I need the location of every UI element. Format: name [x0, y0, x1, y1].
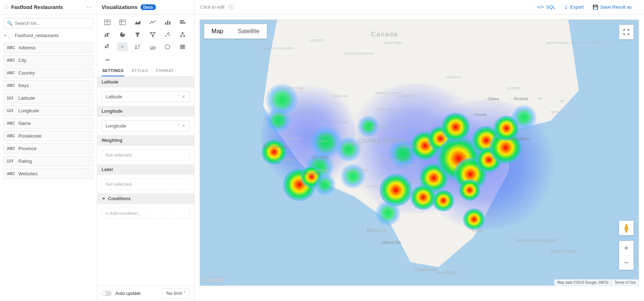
- state-label: IOWA: [397, 126, 407, 130]
- grip-icon[interactable]: ⋮⋮: [84, 121, 90, 125]
- field-websites[interactable]: ABCWebsites⋮⋮: [4, 169, 93, 179]
- vi-bar-icon[interactable]: [162, 18, 173, 27]
- vi-sankey-icon[interactable]: [178, 42, 188, 51]
- latitude-label: Latitude: [97, 77, 194, 87]
- clear-icon[interactable]: ✕: [181, 94, 186, 99]
- field-keys[interactable]: ABCKeys⋮⋮: [4, 80, 93, 91]
- streetview-button[interactable]: [619, 221, 634, 235]
- title-editor[interactable]: Click to edit: [200, 4, 224, 10]
- grip-icon[interactable]: ⋮⋮: [84, 46, 90, 50]
- field-type-badge: ABC: [7, 147, 15, 150]
- chevron-down-icon: ▾: [4, 33, 6, 37]
- cube-icon: ⬚: [8, 33, 13, 38]
- svg-rect-23: [105, 44, 107, 46]
- vi-number-icon[interactable]: 123: [148, 42, 158, 51]
- vi-heatmap-icon[interactable]: [102, 42, 112, 51]
- save-result-button[interactable]: 💾Save Result as: [592, 4, 632, 10]
- city-label: Ottawa: [485, 97, 499, 101]
- tab-settings[interactable]: SETTINGS: [102, 66, 124, 76]
- vi-sort-icon[interactable]: [133, 42, 143, 51]
- fullscreen-button[interactable]: [619, 25, 634, 39]
- vi-hbar-icon[interactable]: [178, 18, 188, 27]
- field-type-badge: 123: [7, 109, 15, 113]
- auto-update-toggle[interactable]: [102, 291, 112, 296]
- vi-network-icon[interactable]: [178, 30, 188, 39]
- field-name: Postalcode: [18, 133, 81, 139]
- weighting-select[interactable]: Not selected: [102, 149, 190, 161]
- state-label: NEBRASKA: [371, 126, 390, 130]
- vi-pie-icon[interactable]: [117, 30, 128, 39]
- field-type-badge: ABC: [7, 134, 15, 138]
- zoom-out-button[interactable]: −: [619, 255, 634, 270]
- zoom-in-button[interactable]: +: [619, 241, 634, 255]
- vi-combo-icon[interactable]: [102, 30, 112, 39]
- field-country[interactable]: ABCCountry⋮⋮: [4, 68, 93, 78]
- label-select[interactable]: Not selected: [102, 179, 190, 190]
- vi-table-icon[interactable]: [102, 18, 112, 27]
- sql-button[interactable]: </>SQL: [537, 4, 555, 10]
- field-name: Province: [18, 146, 81, 151]
- clear-icon[interactable]: ✕: [181, 123, 186, 128]
- latitude-select[interactable]: Latitude˅✕: [102, 91, 190, 102]
- grip-icon[interactable]: ⋮⋮: [84, 172, 90, 176]
- vi-area-icon[interactable]: [133, 18, 143, 27]
- tab-styles[interactable]: STYLES: [131, 66, 149, 76]
- vi-radar-icon[interactable]: [162, 42, 173, 51]
- field-name[interactable]: ABCName⋮⋮: [4, 118, 93, 129]
- grip-icon[interactable]: ⋮⋮: [84, 71, 90, 75]
- longitude-select[interactable]: Longitude˅✕: [102, 120, 190, 131]
- limit-select[interactable]: No limit ˄: [162, 288, 190, 298]
- grip-icon[interactable]: ⋮⋮: [84, 134, 90, 138]
- map-type-map[interactable]: Map: [204, 24, 231, 39]
- state-label: MISSOURI: [402, 145, 419, 148]
- grip-icon[interactable]: ⋮⋮: [84, 58, 90, 62]
- field-name: Keys: [18, 83, 81, 88]
- dataset-row[interactable]: ▾ ⬚ Fastfood_restaurants: [4, 31, 93, 40]
- svg-rect-12: [107, 33, 108, 37]
- tab-format[interactable]: FORMAT: [155, 66, 174, 76]
- docs-badge[interactable]: Docs: [140, 4, 156, 10]
- project-menu-button[interactable]: ⋯: [86, 4, 93, 10]
- chevron-down-icon[interactable]: ˅: [178, 123, 181, 128]
- field-province[interactable]: ABCProvince⋮⋮: [4, 143, 93, 154]
- grip-icon[interactable]: ⋮⋮: [84, 159, 90, 163]
- project-icon: ⬡: [4, 4, 8, 10]
- vi-scatter-icon[interactable]: [162, 30, 173, 39]
- vi-pivot-icon[interactable]: [117, 18, 128, 27]
- svg-rect-9: [180, 20, 184, 21]
- field-longitude[interactable]: 123Longitude⋮⋮: [4, 105, 93, 116]
- field-latitude[interactable]: 123Latitude⋮⋮: [4, 93, 93, 103]
- field-address[interactable]: ABCAddress⋮⋮: [4, 42, 93, 53]
- map[interactable]: CanadaUnited StatesMexicoCubaGuatemalaHo…: [200, 19, 639, 286]
- vi-line-icon[interactable]: [148, 18, 158, 27]
- search-box[interactable]: 🔍: [4, 18, 93, 28]
- field-city[interactable]: ABCCity⋮⋮: [4, 55, 93, 66]
- chevron-down-icon[interactable]: ˅: [178, 94, 181, 99]
- map-type-satellite[interactable]: Satellite: [231, 24, 267, 39]
- field-rating[interactable]: 123Rating⋮⋮: [4, 156, 93, 166]
- map-canvas: CanadaUnited StatesMexicoCubaGuatemalaHo…: [194, 14, 644, 301]
- filter-icon: ⫧: [102, 196, 106, 201]
- field-name: Longitude: [18, 108, 81, 113]
- field-postalcode[interactable]: ABCPostalcode⋮⋮: [4, 131, 93, 141]
- terms-link[interactable]: Terms of Use: [611, 279, 639, 286]
- export-button[interactable]: ⤓Export: [564, 4, 584, 10]
- search-input[interactable]: [15, 21, 90, 26]
- field-name: Latitude: [18, 95, 81, 101]
- vi-funnel-icon[interactable]: [133, 30, 143, 39]
- grip-icon[interactable]: ⋮⋮: [84, 96, 90, 100]
- province-label: NOVA SCOTIA: [551, 110, 574, 114]
- field-name: Name: [18, 121, 81, 126]
- visualizations-title: Visualizations: [102, 4, 138, 10]
- grip-icon[interactable]: ⋮⋮: [84, 84, 90, 87]
- viz-panel: 123 SETTINGS STYLES FORMAT Latitude Lati…: [97, 14, 194, 301]
- grip-icon[interactable]: ⋮⋮: [84, 147, 90, 150]
- vi-filter-icon[interactable]: [148, 30, 158, 39]
- vi-geomap-icon[interactable]: [117, 42, 128, 51]
- info-icon[interactable]: i: [229, 5, 234, 10]
- add-condition-button[interactable]: + Add condition...: [102, 208, 190, 219]
- fields-sidebar: 🔍 ▾ ⬚ Fastfood_restaurants ABCAddress⋮⋮A…: [0, 14, 97, 301]
- grip-icon[interactable]: ⋮⋮: [84, 109, 90, 113]
- vi-gauge-icon[interactable]: [102, 55, 112, 63]
- svg-rect-10: [180, 22, 185, 23]
